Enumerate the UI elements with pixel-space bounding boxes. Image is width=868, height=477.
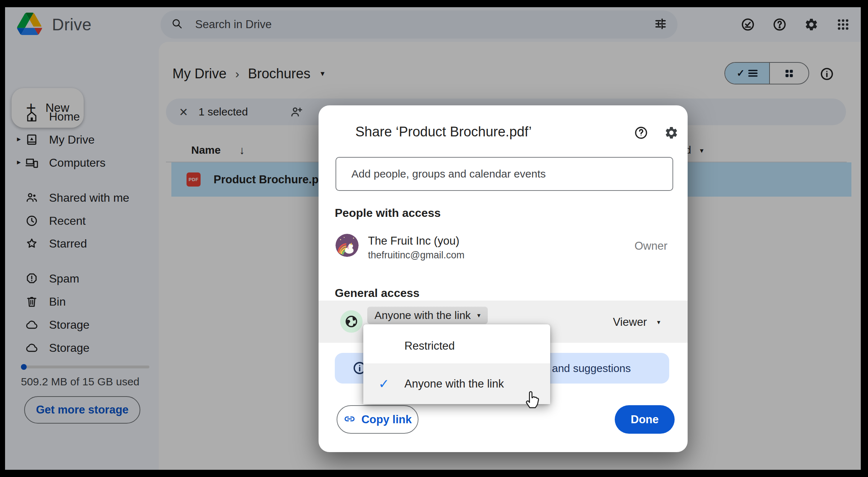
- general-access-dropdown-button[interactable]: Anyone with the link ▾: [367, 307, 488, 324]
- add-people-field[interactable]: [336, 157, 673, 191]
- chevron-down-icon: ▾: [477, 311, 481, 319]
- copy-link-button[interactable]: Copy link: [337, 405, 418, 434]
- dialog-help-icon[interactable]: [634, 126, 648, 140]
- people-with-access-header: People with access: [335, 206, 440, 220]
- done-button[interactable]: Done: [615, 405, 675, 434]
- link-icon: [343, 413, 356, 426]
- chevron-down-icon: ▾: [657, 318, 660, 326]
- avatar: [336, 234, 359, 257]
- public-globe-icon: [340, 310, 363, 333]
- person-email: thefruitinc@gmail.com: [368, 250, 465, 261]
- menu-option-anyone-with-link[interactable]: ✓ Anyone with the link: [363, 363, 550, 404]
- general-access-menu: Restricted ✓ Anyone with the link: [363, 324, 550, 404]
- dialog-title: Share ‘Product Brochure.pdf’: [355, 124, 532, 140]
- add-people-input[interactable]: [336, 168, 672, 180]
- menu-option-restricted[interactable]: Restricted: [363, 329, 550, 363]
- dialog-settings-gear-icon[interactable]: [664, 126, 679, 140]
- drive-app-window: Drive + New Home ▸: [5, 7, 861, 470]
- hand-cursor: [523, 389, 540, 411]
- banner-text-visible: and suggestions: [552, 362, 631, 375]
- general-access-header: General access: [335, 286, 420, 300]
- person-role: Owner: [635, 240, 667, 253]
- check-icon: ✓: [378, 376, 389, 391]
- person-name: The Fruit Inc (you): [368, 235, 459, 248]
- role-dropdown-button[interactable]: Viewer ▾: [613, 316, 660, 329]
